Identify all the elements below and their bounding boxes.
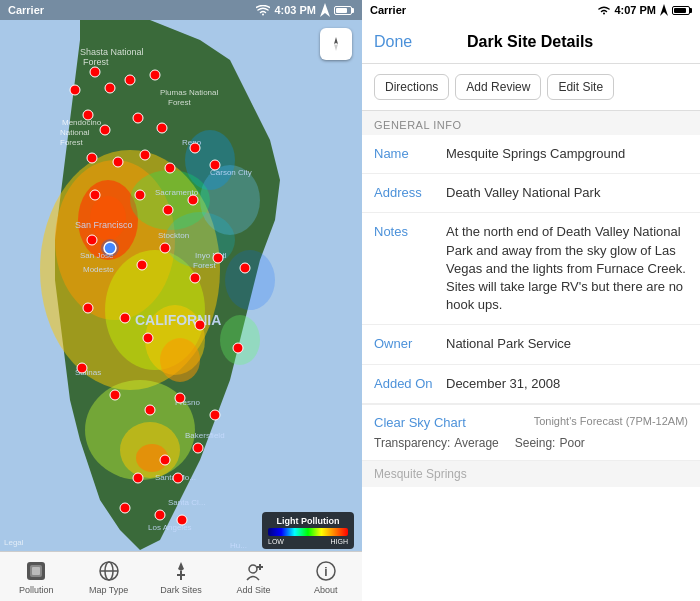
- svg-point-45: [125, 75, 135, 85]
- nav-label-pollution: Pollution: [19, 585, 54, 595]
- svg-point-62: [137, 260, 147, 270]
- svg-point-66: [240, 263, 250, 273]
- value-owner: National Park Service: [446, 335, 688, 353]
- svg-point-42: [90, 67, 100, 77]
- directions-button[interactable]: Directions: [374, 74, 449, 100]
- legend-bar: [268, 528, 348, 536]
- transparency-key: Transparency:: [374, 436, 450, 450]
- svg-point-68: [120, 313, 130, 323]
- svg-point-85: [104, 242, 116, 254]
- nav-item-map-type[interactable]: Map Type: [72, 552, 144, 601]
- svg-point-14: [90, 196, 126, 240]
- svg-point-17: [225, 250, 275, 310]
- svg-text:Forest: Forest: [168, 98, 191, 107]
- svg-text:Stockton: Stockton: [158, 231, 189, 240]
- nav-label-add-site: Add Site: [236, 585, 270, 595]
- compass-button[interactable]: [320, 28, 352, 60]
- svg-point-59: [163, 205, 173, 215]
- map-panel: Shasta National Forest Mendocino Nationa…: [0, 0, 362, 601]
- svg-text:Forest: Forest: [83, 57, 109, 67]
- location-icon-right: [660, 4, 668, 16]
- details-scroll: Name Mesquite Springs Campground Address…: [362, 135, 700, 601]
- svg-point-49: [133, 113, 143, 123]
- svg-text:Bakersfield: Bakersfield: [185, 431, 225, 440]
- mesquite-footer: Mesquite Springs: [362, 460, 700, 487]
- map-type-icon: [97, 559, 121, 583]
- svg-point-76: [210, 410, 220, 420]
- svg-text:i: i: [324, 565, 327, 579]
- nav-item-pollution[interactable]: Pollution: [0, 552, 72, 601]
- detail-row-name: Name Mesquite Springs Campground: [362, 135, 700, 174]
- nav-item-dark-sites[interactable]: Dark Sites: [145, 552, 217, 601]
- legend-title: Light Pollution: [268, 516, 348, 526]
- svg-point-52: [113, 157, 123, 167]
- bottom-nav-left: Pollution Map Type Dark Sites: [0, 551, 362, 601]
- svg-point-72: [77, 363, 87, 373]
- svg-point-69: [143, 333, 153, 343]
- detail-row-added-on: Added On December 31, 2008: [362, 365, 700, 404]
- legal-text: Legal: [4, 538, 24, 547]
- seeing-value: Poor: [559, 436, 584, 450]
- clear-sky-label: Clear Sky Chart: [374, 415, 466, 430]
- svg-point-54: [165, 163, 175, 173]
- pollution-legend: Light Pollution LOW HIGH: [262, 512, 354, 549]
- nav-label-map-type: Map Type: [89, 585, 128, 595]
- action-buttons-bar: Directions Add Review Edit Site: [362, 64, 700, 111]
- svg-point-50: [157, 123, 167, 133]
- svg-point-74: [145, 405, 155, 415]
- svg-point-56: [210, 160, 220, 170]
- clear-sky-forecast: Tonight's Forecast (7PM-12AM): [534, 415, 688, 430]
- status-bar-right: Carrier 4:07 PM: [362, 0, 700, 20]
- svg-point-98: [249, 565, 257, 573]
- svg-text:Forest: Forest: [60, 138, 83, 147]
- label-name: Name: [374, 145, 446, 161]
- add-site-icon: [241, 559, 265, 583]
- transparency-value: Average: [454, 436, 498, 450]
- value-name: Mesquite Springs Campground: [446, 145, 688, 163]
- svg-text:Modesto: Modesto: [83, 265, 114, 274]
- section-header-general-info: GENERAL INFO: [362, 111, 700, 135]
- svg-point-57: [90, 190, 100, 200]
- svg-point-13: [220, 315, 260, 365]
- clear-sky-data: Transparency: Average Seeing: Poor: [374, 436, 688, 450]
- svg-point-71: [233, 343, 243, 353]
- svg-point-58: [135, 190, 145, 200]
- status-bar-left: Carrier 4:03 PM: [0, 0, 362, 20]
- done-button[interactable]: Done: [374, 33, 412, 51]
- value-address: Death Valley National Park: [446, 184, 688, 202]
- detail-panel: Carrier 4:07 PM Done Dark Site Details: [362, 0, 700, 601]
- nav-item-add-site[interactable]: Add Site: [217, 552, 289, 601]
- svg-point-47: [83, 110, 93, 120]
- page-title: Dark Site Details: [467, 33, 593, 51]
- wifi-icon: [256, 5, 270, 16]
- svg-point-51: [87, 153, 97, 163]
- svg-marker-95: [178, 562, 184, 571]
- edit-site-button[interactable]: Edit Site: [547, 74, 614, 100]
- wifi-icon-right: [598, 5, 610, 15]
- svg-point-43: [70, 85, 80, 95]
- svg-marker-88: [334, 44, 338, 51]
- svg-point-55: [190, 143, 200, 153]
- svg-point-60: [188, 195, 198, 205]
- value-notes: At the north end of Death Valley Nationa…: [446, 223, 688, 314]
- svg-point-7: [160, 338, 200, 382]
- clear-sky-section: Clear Sky Chart Tonight's Forecast (7PM-…: [362, 404, 700, 460]
- svg-point-64: [190, 273, 200, 283]
- dark-sites-icon: [169, 559, 193, 583]
- nav-label-about: About: [314, 585, 338, 595]
- svg-point-61: [87, 235, 97, 245]
- legend-labels: LOW HIGH: [268, 538, 348, 545]
- svg-text:Forest: Forest: [193, 261, 216, 270]
- svg-point-70: [195, 320, 205, 330]
- svg-point-80: [173, 473, 183, 483]
- svg-text:San Francisco: San Francisco: [75, 220, 133, 230]
- nav-item-about[interactable]: i About: [290, 552, 362, 601]
- svg-point-46: [150, 70, 160, 80]
- seeing-key: Seeing:: [515, 436, 556, 450]
- svg-rect-91: [32, 567, 40, 575]
- svg-marker-86: [320, 3, 330, 17]
- detail-row-notes: Notes At the north end of Death Valley N…: [362, 213, 700, 325]
- add-review-button[interactable]: Add Review: [455, 74, 541, 100]
- detail-row-owner: Owner National Park Service: [362, 325, 700, 364]
- carrier-right: Carrier: [370, 4, 406, 16]
